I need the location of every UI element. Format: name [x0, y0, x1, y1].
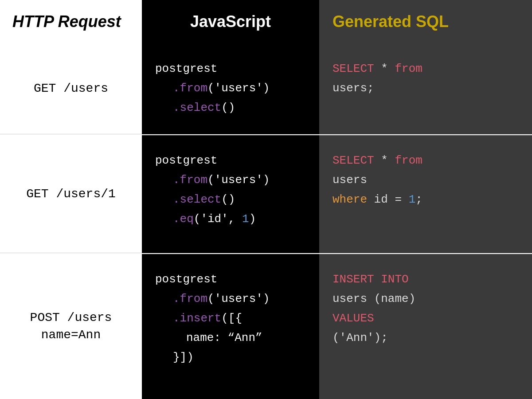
- js-cell-1: postgrest .from('users') .select(): [142, 43, 319, 134]
- js-line: postgrest: [155, 270, 270, 289]
- js-line: }]): [155, 348, 270, 367]
- js-code-2: postgrest .from('users') .select() .eq('…: [155, 151, 270, 229]
- http-request-2: GET /users/1: [26, 185, 116, 203]
- headers-row: HTTP Request JavaScript Generated SQL: [0, 0, 532, 43]
- sql-code-1: SELECT * from users;: [332, 59, 422, 98]
- sql-cell-1: SELECT * from users;: [319, 43, 532, 134]
- js-line: .from('users'): [155, 289, 270, 309]
- js-code-3: postgrest .from('users') .insert([{ name…: [155, 270, 270, 368]
- sql-line: SELECT * from: [332, 151, 422, 170]
- sql-line: users;: [332, 78, 422, 98]
- sql-line: users (name): [332, 289, 415, 309]
- sql-code-2: SELECT * from users where id = 1;: [332, 151, 422, 210]
- http-cell-2: GET /users/1: [0, 135, 142, 253]
- js-line: .insert([{: [155, 309, 270, 328]
- sql-line: VALUES: [332, 309, 415, 328]
- header-sql: Generated SQL: [319, 0, 532, 43]
- sql-line: users: [332, 170, 422, 190]
- js-line: postgrest: [155, 59, 270, 78]
- http-cell-1: GET /users: [0, 43, 142, 134]
- js-line: postgrest: [155, 151, 270, 170]
- sql-cell-2: SELECT * from users where id = 1;: [319, 135, 532, 253]
- js-cell-3: postgrest .from('users') .insert([{ name…: [142, 254, 319, 399]
- http-request-1: GET /users: [34, 80, 108, 97]
- sql-line: where id = 1;: [332, 190, 422, 209]
- js-line: .from('users'): [155, 170, 270, 190]
- js-line: .from('users'): [155, 78, 270, 98]
- js-line: .eq('id', 1): [155, 209, 270, 229]
- sql-line: ('Ann');: [332, 328, 415, 348]
- sql-cell-3: INSERT INTO users (name) VALUES ('Ann');: [319, 254, 532, 399]
- js-line: .select(): [155, 98, 270, 117]
- sql-code-3: INSERT INTO users (name) VALUES ('Ann');: [332, 270, 415, 348]
- js-line: name: “Ann”: [155, 328, 270, 348]
- header-http: HTTP Request: [0, 0, 142, 43]
- table-row: GET /users postgrest .from('users') .sel…: [0, 43, 532, 135]
- header-js: JavaScript: [142, 0, 319, 43]
- sql-line: INSERT INTO: [332, 270, 415, 289]
- table-row: GET /users/1 postgrest .from('users') .s…: [0, 135, 532, 254]
- sql-line: SELECT * from: [332, 59, 422, 78]
- js-cell-2: postgrest .from('users') .select() .eq('…: [142, 135, 319, 253]
- http-cell-3: POST /usersname=Ann: [0, 254, 142, 399]
- js-code-1: postgrest .from('users') .select(): [155, 59, 270, 118]
- http-request-3: POST /usersname=Ann: [30, 309, 112, 344]
- table-row: POST /usersname=Ann postgrest .from('use…: [0, 254, 532, 399]
- js-line: .select(): [155, 190, 270, 209]
